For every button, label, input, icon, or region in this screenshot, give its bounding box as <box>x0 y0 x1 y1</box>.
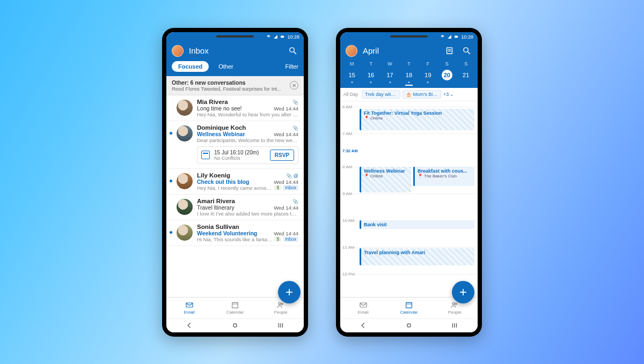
svg-point-24 <box>455 303 457 304</box>
calendar-event[interactable]: Bank visit <box>360 220 474 229</box>
calendar-event[interactable]: Fit Together: Virtual Yoga Session📍Onlin… <box>360 109 474 130</box>
email-preview: Hey Nia, I recently came across this... <box>197 185 272 191</box>
svg-rect-9 <box>233 324 237 327</box>
email-row[interactable]: Lily Koenig 📎@ Check out this blog Wed 1… <box>166 169 304 195</box>
page-title: Inbox <box>189 46 281 55</box>
svg-point-2 <box>289 48 294 53</box>
android-home-icon[interactable] <box>227 322 243 329</box>
nav-calendar[interactable]: Calendar <box>212 298 258 318</box>
calendar-event[interactable]: Breakfast with cous...📍The Baker's Club <box>413 167 474 186</box>
date-cell[interactable]: 21 <box>457 68 475 83</box>
status-bar: 10:28 <box>166 32 304 42</box>
weekday-label: W <box>380 61 399 66</box>
android-back-icon[interactable] <box>181 322 197 329</box>
svg-rect-21 <box>406 302 412 308</box>
app-bar: Inbox Focused Other Filter <box>166 42 304 76</box>
android-recents-icon[interactable] <box>447 322 463 329</box>
mention-icon: @ <box>294 173 298 179</box>
hour-label: 11 AM <box>342 244 355 249</box>
svg-point-7 <box>279 302 281 304</box>
wifi-icon <box>440 34 445 39</box>
email-time: 📎 <box>292 100 298 105</box>
search-icon[interactable] <box>460 45 472 57</box>
new-event-fab[interactable]: + <box>452 281 474 303</box>
hour-label: 6 AM <box>342 104 352 109</box>
weekday-label: F <box>419 61 437 66</box>
screen-calendar: 10:28 April MTWTFSS 15161718192021 All D… <box>340 32 478 332</box>
rsvp-button[interactable]: RSVP <box>270 150 294 161</box>
sender-name: Lily Koenig <box>197 172 230 179</box>
sender-avatar <box>177 125 193 142</box>
calendar-event[interactable]: Travel planning with Amari <box>360 248 474 265</box>
sender-avatar <box>177 100 193 116</box>
date-cell[interactable]: 17 <box>380 68 399 83</box>
all-day-more[interactable]: +3 ⌄ <box>443 92 454 97</box>
hour-label: 10 AM <box>342 218 355 222</box>
android-nav <box>166 318 304 332</box>
app-bar: April MTWTFSS 15161718192021 <box>340 42 478 88</box>
email-row[interactable]: Mia Rivera 📎 Long time no see! Wed 14:44… <box>166 95 304 121</box>
email-row[interactable]: Sonia Sullivan Weekend Volunteering Wed … <box>166 220 304 246</box>
weekday-label: M <box>342 61 361 66</box>
svg-rect-13 <box>455 36 458 38</box>
close-icon[interactable]: ✕ <box>290 81 298 90</box>
other-bar-subtitle: Reed Flores Tweeted, Festival surprises … <box>172 86 290 92</box>
date-cell[interactable]: 19 <box>419 68 437 83</box>
weekday-label: S <box>457 61 475 66</box>
sender-avatar <box>177 199 193 215</box>
profile-avatar[interactable] <box>346 45 357 57</box>
svg-point-18 <box>463 48 468 53</box>
sender-avatar <box>177 225 193 241</box>
date-cell[interactable]: 20 <box>437 68 456 83</box>
sender-avatar <box>177 173 193 189</box>
attachment-icon: 📎 <box>292 125 298 131</box>
android-recents-icon[interactable] <box>273 322 289 329</box>
email-list[interactable]: Mia Rivera 📎 Long time no see! Wed 14:44… <box>166 95 304 297</box>
date-cell[interactable]: 16 <box>361 68 380 83</box>
date-cell[interactable]: 15 <box>342 68 361 83</box>
filter-button[interactable]: Filter <box>286 63 298 70</box>
all-day-chip[interactable]: 🎂 Mom's Birthd... <box>402 90 441 99</box>
nav-calendar[interactable]: Calendar <box>386 298 431 318</box>
calendar-event[interactable]: Wellness Webinar📍Online <box>360 167 411 192</box>
location-icon: 📍 <box>364 116 369 121</box>
month-title: April <box>363 46 438 55</box>
svg-point-23 <box>452 302 455 304</box>
email-time: 📎 <box>292 199 298 204</box>
android-back-icon[interactable] <box>355 322 371 329</box>
android-home-icon[interactable] <box>401 322 417 329</box>
other-conversations-bar[interactable]: Other: 6 new conversations Reed Flores T… <box>166 76 304 95</box>
email-subject: Check out this blog <box>197 179 249 185</box>
weekday-label: T <box>361 61 380 66</box>
email-preview: I love it! I've also added two more plac… <box>197 211 298 217</box>
date-row: 15161718192021 <box>340 66 478 88</box>
email-subject: Wellness Webinar <box>197 131 245 137</box>
attachment-icon: 📎 <box>292 100 298 105</box>
email-subject: Travel Itinerary <box>197 204 235 211</box>
status-bar: 10:28 <box>340 32 478 42</box>
compose-fab[interactable]: + <box>278 281 301 303</box>
wifi-icon <box>266 34 271 39</box>
search-icon[interactable] <box>287 45 298 57</box>
calendar-body[interactable]: 6 AM7 AM8 AM9 AM10 AM11 AM12 PM7:32 AMFi… <box>340 101 478 297</box>
all-day-chip[interactable]: Trek day with fa... <box>362 90 400 99</box>
calendar-icon <box>201 151 210 159</box>
tab-other[interactable]: Other <box>212 61 240 72</box>
screen-email: 10:28 Inbox Focused Other Filter Other: … <box>166 32 304 332</box>
date-cell[interactable]: 18 <box>399 68 418 83</box>
all-day-label: All Day <box>343 92 360 97</box>
tab-focused[interactable]: Focused <box>172 61 209 72</box>
nav-email[interactable]: Email <box>166 298 212 318</box>
rsvp-card: 15 Jul 16:10 (20m)No Conflicts RSVP <box>197 146 298 164</box>
agenda-icon[interactable] <box>443 45 455 57</box>
profile-avatar[interactable] <box>172 45 184 57</box>
nav-email[interactable]: Email <box>340 298 386 318</box>
weekday-label: T <box>399 61 418 66</box>
email-subject: Weekend Volunteering <box>197 230 257 236</box>
email-row[interactable]: Amari Rivera 📎 Travel Itinerary Wed 14:4… <box>166 195 304 220</box>
android-nav <box>340 318 478 332</box>
weekday-label: S <box>437 61 456 66</box>
sender-name: Mia Rivera <box>197 99 228 105</box>
svg-rect-14 <box>458 36 459 38</box>
email-row[interactable]: Dominique Koch 📎 Wellness Webinar Wed 14… <box>166 121 304 169</box>
